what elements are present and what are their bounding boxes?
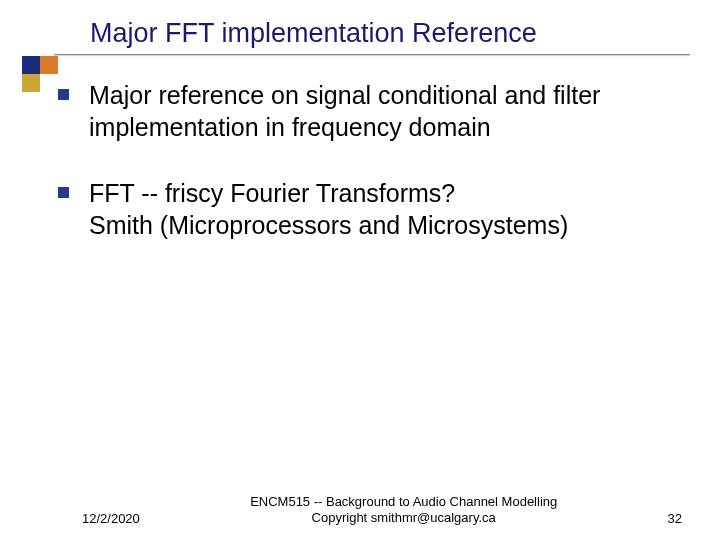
slide-title: Major FFT implementation Reference [90,18,720,49]
footer-line2: Copyright smithmr@ucalgary.ca [312,510,496,525]
bullet-item: Major reference on signal conditional an… [58,79,680,143]
title-underline [54,54,690,55]
bullet-item: FFT -- friscy Fourier Transforms?Smith (… [58,177,680,241]
footer-center: ENCM515 -- Background to Audio Channel M… [140,494,668,527]
corner-decoration [22,56,58,92]
slide-title-area: Major FFT implementation Reference [0,0,720,61]
corner-square-gold [22,74,40,92]
bullet-square-icon [58,187,69,198]
footer-date: 12/2/2020 [82,511,140,526]
corner-square-orange [40,56,58,74]
bullet-text: FFT -- friscy Fourier Transforms?Smith (… [89,177,568,241]
corner-square-navy [22,56,40,74]
footer-page-number: 32 [668,511,682,526]
slide-body: Major reference on signal conditional an… [0,61,720,241]
footer-line1: ENCM515 -- Background to Audio Channel M… [250,494,557,509]
bullet-text: Major reference on signal conditional an… [89,79,680,143]
bullet-square-icon [58,89,69,100]
slide-footer: 12/2/2020 ENCM515 -- Background to Audio… [0,494,720,527]
